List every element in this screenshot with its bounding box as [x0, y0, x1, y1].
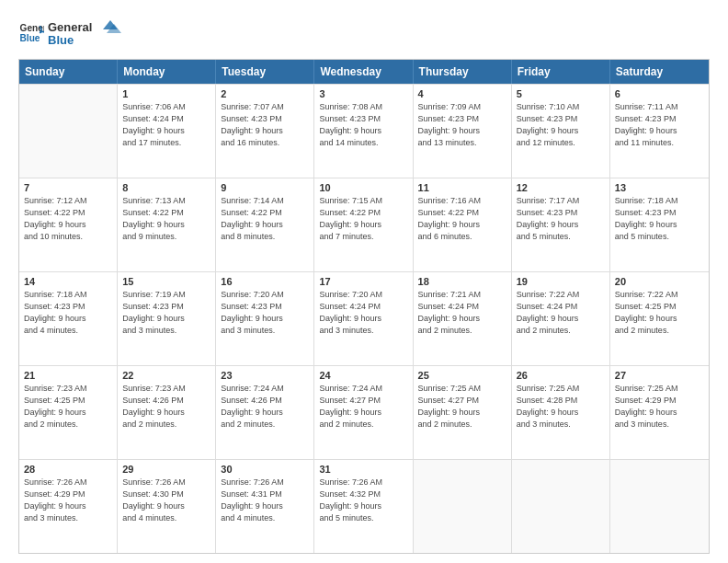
day-number: 5	[517, 88, 605, 99]
day-number: 11	[418, 182, 506, 193]
day-info: Sunrise: 7:24 AM Sunset: 4:26 PM Dayligh…	[221, 383, 309, 431]
day-info: Sunrise: 7:15 AM Sunset: 4:22 PM Dayligh…	[319, 195, 407, 243]
calendar: SundayMondayTuesdayWednesdayThursdayFrid…	[18, 59, 710, 554]
day-info: Sunrise: 7:23 AM Sunset: 4:26 PM Dayligh…	[122, 383, 210, 431]
header-cell-saturday: Saturday	[610, 60, 709, 84]
header-cell-friday: Friday	[512, 60, 610, 84]
day-info: Sunrise: 7:25 AM Sunset: 4:29 PM Dayligh…	[615, 383, 704, 431]
day-number: 12	[517, 182, 605, 193]
calendar-row-1: 1Sunrise: 7:06 AM Sunset: 4:24 PM Daylig…	[19, 84, 709, 178]
day-cell-7: 7Sunrise: 7:12 AM Sunset: 4:22 PM Daylig…	[19, 178, 118, 271]
day-info: Sunrise: 7:26 AM Sunset: 4:31 PM Dayligh…	[221, 477, 309, 524]
header-cell-tuesday: Tuesday	[216, 60, 314, 84]
day-cell-3: 3Sunrise: 7:08 AM Sunset: 4:23 PM Daylig…	[314, 85, 413, 178]
day-cell-27: 27Sunrise: 7:25 AM Sunset: 4:29 PM Dayli…	[610, 366, 709, 459]
day-info: Sunrise: 7:12 AM Sunset: 4:22 PM Dayligh…	[24, 195, 112, 243]
day-info: Sunrise: 7:21 AM Sunset: 4:24 PM Dayligh…	[418, 289, 506, 337]
day-cell-19: 19Sunrise: 7:22 AM Sunset: 4:24 PM Dayli…	[512, 272, 610, 365]
day-number: 23	[221, 370, 309, 381]
day-number: 29	[122, 464, 210, 475]
day-info: Sunrise: 7:26 AM Sunset: 4:32 PM Dayligh…	[319, 477, 407, 524]
day-cell-6: 6Sunrise: 7:11 AM Sunset: 4:23 PM Daylig…	[610, 85, 709, 178]
day-info: Sunrise: 7:18 AM Sunset: 4:23 PM Dayligh…	[615, 195, 704, 243]
day-number: 21	[24, 370, 112, 381]
day-cell-21: 21Sunrise: 7:23 AM Sunset: 4:25 PM Dayli…	[19, 366, 118, 459]
day-info: Sunrise: 7:22 AM Sunset: 4:25 PM Dayligh…	[615, 289, 704, 337]
day-info: Sunrise: 7:09 AM Sunset: 4:23 PM Dayligh…	[418, 101, 506, 149]
page: General Blue General Blue SundayMondayTu…	[0, 0, 728, 563]
day-info: Sunrise: 7:07 AM Sunset: 4:23 PM Dayligh…	[221, 101, 309, 149]
day-info: Sunrise: 7:14 AM Sunset: 4:22 PM Dayligh…	[221, 195, 309, 243]
day-cell-11: 11Sunrise: 7:16 AM Sunset: 4:22 PM Dayli…	[414, 178, 512, 271]
day-cell-16: 16Sunrise: 7:20 AM Sunset: 4:23 PM Dayli…	[216, 272, 314, 365]
day-info: Sunrise: 7:24 AM Sunset: 4:27 PM Dayligh…	[319, 383, 407, 431]
day-cell-25: 25Sunrise: 7:25 AM Sunset: 4:27 PM Dayli…	[414, 366, 512, 459]
day-info: Sunrise: 7:26 AM Sunset: 4:30 PM Dayligh…	[122, 477, 210, 524]
day-number: 2	[221, 88, 309, 99]
day-number: 13	[615, 182, 704, 193]
logo: General Blue General Blue	[18, 17, 121, 50]
day-cell-9: 9Sunrise: 7:14 AM Sunset: 4:22 PM Daylig…	[216, 178, 314, 271]
day-cell-13: 13Sunrise: 7:18 AM Sunset: 4:23 PM Dayli…	[610, 178, 709, 271]
day-number: 10	[319, 182, 407, 193]
svg-text:Blue: Blue	[48, 33, 74, 47]
logo-svg: General Blue	[48, 17, 121, 50]
logo-icon: General Blue	[18, 20, 44, 46]
calendar-body: 1Sunrise: 7:06 AM Sunset: 4:24 PM Daylig…	[19, 84, 709, 553]
svg-text:Blue: Blue	[20, 33, 40, 43]
day-number: 17	[319, 276, 407, 287]
day-number: 1	[122, 88, 210, 99]
empty-cell-4-5	[512, 460, 610, 553]
day-cell-30: 30Sunrise: 7:26 AM Sunset: 4:31 PM Dayli…	[216, 460, 314, 553]
day-info: Sunrise: 7:20 AM Sunset: 4:23 PM Dayligh…	[221, 289, 309, 337]
day-number: 27	[615, 370, 704, 381]
day-number: 22	[122, 370, 210, 381]
day-number: 26	[517, 370, 605, 381]
day-cell-8: 8Sunrise: 7:13 AM Sunset: 4:22 PM Daylig…	[118, 178, 216, 271]
day-number: 9	[221, 182, 309, 193]
svg-text:General: General	[48, 20, 92, 34]
day-cell-31: 31Sunrise: 7:26 AM Sunset: 4:32 PM Dayli…	[314, 460, 413, 553]
calendar-row-3: 14Sunrise: 7:18 AM Sunset: 4:23 PM Dayli…	[19, 271, 709, 365]
day-number: 6	[615, 88, 704, 99]
day-info: Sunrise: 7:11 AM Sunset: 4:23 PM Dayligh…	[615, 101, 704, 149]
day-info: Sunrise: 7:25 AM Sunset: 4:28 PM Dayligh…	[517, 383, 605, 431]
header: General Blue General Blue	[18, 17, 710, 50]
day-info: Sunrise: 7:17 AM Sunset: 4:23 PM Dayligh…	[517, 195, 605, 243]
day-info: Sunrise: 7:20 AM Sunset: 4:24 PM Dayligh…	[319, 289, 407, 337]
day-cell-28: 28Sunrise: 7:26 AM Sunset: 4:29 PM Dayli…	[19, 460, 118, 553]
header-cell-monday: Monday	[118, 60, 216, 84]
day-number: 14	[24, 276, 112, 287]
day-number: 20	[615, 276, 704, 287]
day-number: 7	[24, 182, 112, 193]
day-info: Sunrise: 7:08 AM Sunset: 4:23 PM Dayligh…	[319, 101, 407, 149]
calendar-row-5: 28Sunrise: 7:26 AM Sunset: 4:29 PM Dayli…	[19, 459, 709, 553]
calendar-header: SundayMondayTuesdayWednesdayThursdayFrid…	[19, 60, 709, 84]
day-number: 24	[319, 370, 407, 381]
day-cell-23: 23Sunrise: 7:24 AM Sunset: 4:26 PM Dayli…	[216, 366, 314, 459]
day-number: 25	[418, 370, 506, 381]
day-cell-1: 1Sunrise: 7:06 AM Sunset: 4:24 PM Daylig…	[118, 85, 216, 178]
empty-cell-0-0	[19, 85, 118, 178]
day-number: 15	[122, 276, 210, 287]
day-info: Sunrise: 7:23 AM Sunset: 4:25 PM Dayligh…	[24, 383, 112, 431]
calendar-row-2: 7Sunrise: 7:12 AM Sunset: 4:22 PM Daylig…	[19, 178, 709, 271]
header-cell-sunday: Sunday	[19, 60, 118, 84]
day-number: 19	[517, 276, 605, 287]
day-number: 4	[418, 88, 506, 99]
day-cell-17: 17Sunrise: 7:20 AM Sunset: 4:24 PM Dayli…	[314, 272, 413, 365]
day-number: 16	[221, 276, 309, 287]
day-info: Sunrise: 7:10 AM Sunset: 4:23 PM Dayligh…	[517, 101, 605, 149]
day-number: 3	[319, 88, 407, 99]
day-info: Sunrise: 7:25 AM Sunset: 4:27 PM Dayligh…	[418, 383, 506, 431]
day-info: Sunrise: 7:22 AM Sunset: 4:24 PM Dayligh…	[517, 289, 605, 337]
header-cell-thursday: Thursday	[414, 60, 512, 84]
day-cell-15: 15Sunrise: 7:19 AM Sunset: 4:23 PM Dayli…	[118, 272, 216, 365]
day-cell-26: 26Sunrise: 7:25 AM Sunset: 4:28 PM Dayli…	[512, 366, 610, 459]
day-info: Sunrise: 7:19 AM Sunset: 4:23 PM Dayligh…	[122, 289, 210, 337]
day-info: Sunrise: 7:18 AM Sunset: 4:23 PM Dayligh…	[24, 289, 112, 337]
day-cell-22: 22Sunrise: 7:23 AM Sunset: 4:26 PM Dayli…	[118, 366, 216, 459]
day-cell-10: 10Sunrise: 7:15 AM Sunset: 4:22 PM Dayli…	[314, 178, 413, 271]
day-info: Sunrise: 7:06 AM Sunset: 4:24 PM Dayligh…	[122, 101, 210, 149]
day-number: 8	[122, 182, 210, 193]
